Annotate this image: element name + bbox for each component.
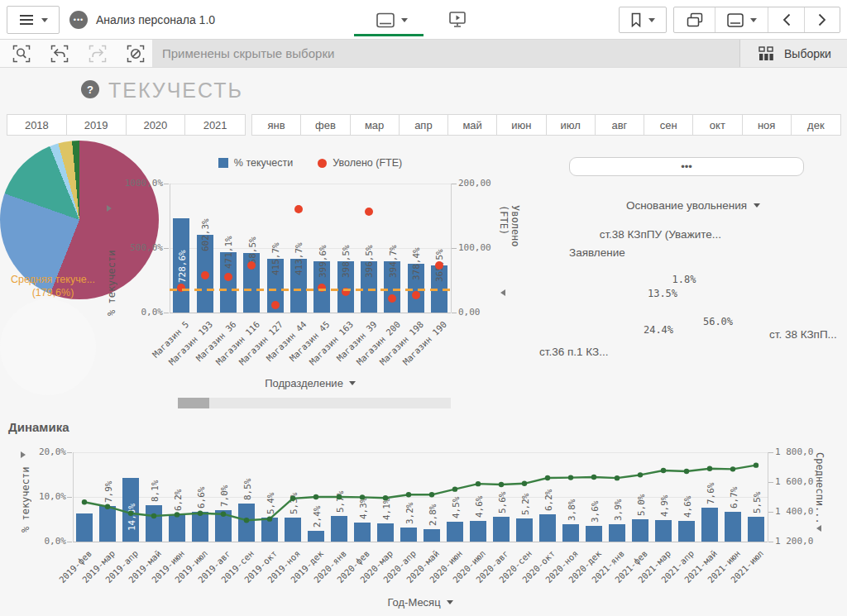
global-menu-button[interactable] xyxy=(7,6,60,34)
caret-down-icon xyxy=(401,18,408,26)
x-axis-dimension-selector[interactable]: Подразделение xyxy=(170,377,451,389)
data-point[interactable] xyxy=(294,205,303,213)
year-filter-value[interactable]: 2021 xyxy=(185,115,245,135)
collapse-chart-arrow[interactable] xyxy=(500,289,505,296)
chart-scrollbar-thumb[interactable] xyxy=(178,398,209,408)
tick-mark xyxy=(452,248,457,249)
legend-item-turnover[interactable]: % текучести xyxy=(218,157,293,169)
year-filter-value[interactable]: 2020 xyxy=(127,115,186,135)
caret-down-icon xyxy=(447,600,453,608)
month-filter-value[interactable]: окт xyxy=(693,115,742,135)
data-point[interactable] xyxy=(435,261,443,270)
data-point[interactable] xyxy=(224,273,232,281)
donut-hole xyxy=(0,299,96,395)
turnover-by-store-chart: ••• Основание увольнения 1000,0%500,0%0,… xyxy=(0,141,847,415)
x-axis-dimension-selector[interactable]: Год-Месяц xyxy=(73,596,768,609)
section-title: Динамика xyxy=(8,420,69,434)
data-point[interactable] xyxy=(365,208,373,216)
selections-tool-button[interactable]: Выборки xyxy=(739,40,847,67)
bar-value-label: 396,5% xyxy=(364,245,375,278)
data-point[interactable] xyxy=(201,271,209,279)
legend-item-fte[interactable]: Уволено (FTE) xyxy=(318,157,402,169)
month-filter-value[interactable]: сен xyxy=(644,115,693,135)
donut-slice-label[interactable]: Заявление xyxy=(569,246,625,259)
bar-value-label: 728,6% xyxy=(177,251,188,284)
redo-icon xyxy=(89,45,107,63)
donut-percent-label: 13.5% xyxy=(648,288,677,299)
expand-chart-arrow[interactable] xyxy=(21,451,26,458)
legend-swatch-point xyxy=(318,159,327,168)
bar-value-label: 394,7% xyxy=(388,246,399,279)
tick-mark xyxy=(164,184,169,184)
month-filter-value[interactable]: мар xyxy=(351,115,400,135)
data-point[interactable] xyxy=(412,291,420,299)
duplicate-sheet-button[interactable] xyxy=(674,7,715,32)
caret-down-icon xyxy=(349,381,356,389)
donut-percent-label: 56.0% xyxy=(703,316,733,327)
month-filter-value[interactable]: июл xyxy=(547,115,596,135)
right-axis-title: Уволено (FTE) xyxy=(498,205,521,281)
left-axis-tick-label: 0,0% xyxy=(115,307,163,318)
right-axis-tick-label: 0,00 xyxy=(458,307,508,318)
help-icon[interactable]: ? xyxy=(81,80,99,98)
line-series[interactable] xyxy=(73,452,768,542)
month-filter-value[interactable]: янв xyxy=(252,115,301,135)
more-options-button[interactable]: ••• xyxy=(569,157,804,176)
x-axis-dimension-label: Подразделение xyxy=(265,377,343,389)
average-reference-line xyxy=(170,289,451,291)
donut-slice-label[interactable]: ст.38 КЗпПУ (Уважите... xyxy=(600,228,721,241)
step-forward-button[interactable] xyxy=(79,40,116,67)
sheet-list-button[interactable] xyxy=(715,7,768,32)
tick-mark xyxy=(164,248,169,249)
app-title: Анализ персонала 1.0 xyxy=(96,13,215,26)
dynamics-chart: Динамика 20,0%10,0%0,0%1 800,01 600,01 4… xyxy=(0,415,847,616)
data-point[interactable] xyxy=(388,294,396,303)
left-axis-title: % текучести xyxy=(20,463,31,532)
storytelling-button[interactable] xyxy=(447,9,469,31)
data-point[interactable] xyxy=(271,301,280,309)
reference-line-label: Средняя текуче...(179,6%) xyxy=(5,273,101,299)
clear-selections-button[interactable] xyxy=(117,40,154,67)
donut-slice-label[interactable]: ст. 38 КЗпП... xyxy=(769,328,837,341)
expand-chart-arrow[interactable] xyxy=(107,205,112,212)
bar-value-label: 415,7% xyxy=(270,242,281,275)
bar-value-label: 602,3% xyxy=(200,218,211,251)
donut-dimension-selector[interactable]: Основание увольнения xyxy=(569,199,817,212)
y-axis-line xyxy=(170,184,170,313)
tick-mark xyxy=(67,542,72,542)
legend-label: Уволено (FTE) xyxy=(333,157,402,169)
month-filter-value[interactable]: май xyxy=(448,115,497,135)
page-title: ТЕКУЧЕСТЬ xyxy=(108,79,243,103)
collapse-chart-arrow[interactable] xyxy=(816,525,821,532)
bookmarks-button[interactable] xyxy=(619,7,667,33)
year-filter-value[interactable]: 2019 xyxy=(67,115,127,135)
month-filter-value[interactable]: ноя xyxy=(743,115,792,135)
right-axis-tick-label: 200,00 xyxy=(458,178,508,189)
active-view-indicator xyxy=(354,34,424,36)
chart-scrollbar-track xyxy=(178,398,451,408)
tick-mark xyxy=(768,542,773,542)
left-axis-tick-label: 1000,0% xyxy=(115,178,163,189)
donut-slice-label[interactable]: ст.36 п.1 КЗ... xyxy=(539,346,608,358)
app-info-icon[interactable]: ••• xyxy=(69,11,88,29)
step-back-button[interactable] xyxy=(41,40,78,67)
x-axis-dimension-label: Год-Месяц xyxy=(387,596,440,609)
app-toolbar: ••• Анализ персонала 1.0 xyxy=(0,0,847,40)
legend-swatch-bar xyxy=(218,158,228,168)
month-filter-value[interactable]: фев xyxy=(301,115,350,135)
x-axis-line xyxy=(170,313,451,313)
sheet-view-button[interactable] xyxy=(376,8,416,31)
month-filter-value[interactable]: авг xyxy=(596,115,644,135)
tick-mark xyxy=(768,452,773,453)
next-sheet-button[interactable] xyxy=(805,7,840,32)
month-filter-value[interactable]: июн xyxy=(497,115,546,135)
month-filter-value[interactable]: апр xyxy=(400,115,448,135)
tick-mark xyxy=(452,184,457,184)
year-filter-listbox: 2018201920202021 xyxy=(7,114,246,136)
caret-down-icon xyxy=(648,18,655,26)
smart-search-button[interactable] xyxy=(3,40,40,67)
sheet-icon xyxy=(376,12,395,28)
month-filter-value[interactable]: дек xyxy=(792,115,840,135)
previous-sheet-button[interactable] xyxy=(768,7,805,32)
year-filter-value[interactable]: 2018 xyxy=(7,115,67,135)
